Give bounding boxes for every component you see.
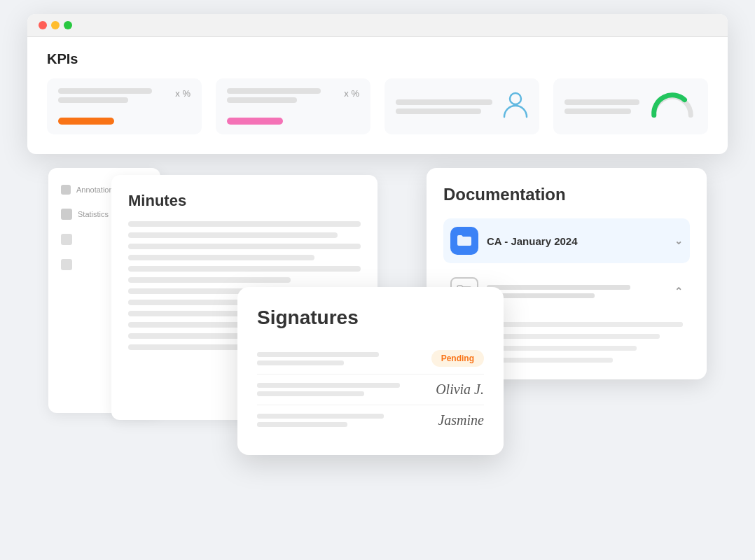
kpi-bar-row-1 [58,118,191,125]
kpi-card-3-lines [396,99,503,114]
chevron-up-icon: ⌃ [674,286,683,297]
browser-content: KPIs x % [27,37,728,154]
kpi-card-2: x % [216,78,370,134]
sidebar-item-statistics-label: Statistics [78,210,109,218]
pending-badge: Pending [431,350,484,367]
kpi-card-2-label: x % [344,88,359,99]
kpi-line [58,88,152,94]
sig-row-2: Olivia J. [257,374,484,405]
sig-line [257,352,379,357]
folder-name-ca-jan: CA - January 2024 [487,235,666,247]
kpi-card-4-lines [564,99,648,114]
sig-row-2-lines [257,383,436,396]
folder-line [487,285,630,290]
person-icon [503,90,528,123]
sig-line [257,422,347,427]
browser-titlebar [27,14,728,37]
content-line [128,232,338,238]
kpi-line [396,108,481,114]
signatures-title: Signatures [257,307,484,329]
sig-line [257,360,344,365]
kpi-card-3 [385,78,539,134]
content-line [128,255,314,260]
sig-row-3-lines [257,414,438,427]
kpi-bar-pink [227,118,283,125]
kpi-bar-orange [58,118,114,125]
sig-row-1-lines [257,352,431,365]
kpi-line [564,99,639,105]
content-line [128,221,361,227]
kpi-title: KPIs [47,51,708,67]
browser-window: KPIs x % [27,14,728,154]
kpi-card-2-lines [227,88,344,103]
gauge-icon [648,82,697,124]
chevron-down-icon: ⌄ [674,235,683,246]
kpi-card-1-label: x % [175,88,191,99]
dot-yellow[interactable] [51,21,60,29]
content-line [128,266,361,272]
kpi-card-1-header: x % [58,88,191,103]
kpi-card-4 [553,78,708,134]
scene: KPIs x % [27,14,728,546]
folder-2-lines [487,285,666,298]
kpi-line [396,99,492,105]
dot-green[interactable] [64,21,72,29]
sidebar-icon-3 [61,234,72,245]
sig-line [257,383,400,388]
sig-row-3: Jasmine [257,405,484,435]
kpi-card-1: x % [47,78,202,134]
signature-jasmine: Jasmine [438,412,484,428]
folder-item-ca-jan[interactable]: CA - January 2024 ⌄ [443,218,690,263]
sidebar-icon-4 [61,259,72,270]
kpi-line [227,97,297,103]
content-line [128,277,291,283]
signatures-card: Signatures Pending Olivia J. Jasmine [237,287,504,455]
signature-olivia: Olivia J. [436,382,484,398]
svg-point-0 [510,93,521,104]
sig-line [257,414,384,419]
dot-red[interactable] [39,21,47,29]
kpi-card-1-lines [58,88,175,103]
kpi-line [58,97,128,103]
kpi-bar-row-2 [227,118,359,125]
statistics-icon [61,209,72,220]
documentation-title: Documentation [443,185,690,204]
minutes-title: Minutes [128,192,361,210]
kpi-line [227,88,321,94]
sig-row-1: Pending [257,343,484,374]
kpi-line [564,108,631,114]
kpi-cards: x % x % [47,78,708,134]
sig-line [257,391,364,396]
folder-blue-icon [450,227,478,255]
kpi-card-2-header: x % [227,88,359,103]
content-line [128,244,361,249]
annotations-icon [61,185,71,195]
